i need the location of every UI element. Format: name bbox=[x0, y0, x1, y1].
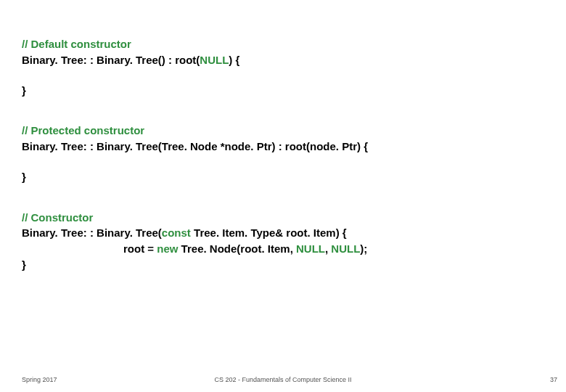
gap bbox=[22, 185, 544, 210]
comment-protected-constructor: // Protected constructor bbox=[22, 123, 544, 139]
code-line: Binary. Tree: : Binary. Tree() : root(NU… bbox=[22, 52, 544, 68]
code-text: Binary. Tree: : Binary. Tree( bbox=[22, 226, 162, 239]
gap bbox=[22, 155, 544, 169]
code-line: Binary. Tree: : Binary. Tree(Tree. Node … bbox=[22, 139, 544, 155]
keyword-new: new bbox=[157, 242, 178, 255]
code-text: ); bbox=[360, 242, 367, 255]
code-line: Binary. Tree: : Binary. Tree(const Tree.… bbox=[22, 225, 544, 241]
code-text: Tree. Item. Type& root. Item) { bbox=[191, 226, 347, 239]
comment-default-constructor: // Default constructor bbox=[22, 36, 544, 52]
code-block: // Default constructor Binary. Tree: : B… bbox=[22, 36, 544, 273]
code-close: } bbox=[22, 169, 544, 185]
keyword-null: NULL bbox=[296, 242, 325, 255]
code-text: Tree. Node(root. Item, bbox=[178, 242, 296, 255]
footer-page-number: 37 bbox=[550, 376, 557, 383]
keyword-null: NULL bbox=[200, 54, 229, 66]
code-text: ) { bbox=[229, 54, 239, 66]
gap bbox=[22, 68, 544, 83]
comment-constructor: // Constructor bbox=[22, 210, 544, 226]
code-close: } bbox=[22, 83, 544, 99]
footer-course: CS 202 - Fundamentals of Computer Scienc… bbox=[0, 376, 566, 383]
code-text: Binary. Tree: : Binary. Tree() : root( bbox=[22, 54, 200, 66]
code-line: root = new Tree. Node(root. Item, NULL, … bbox=[22, 241, 544, 257]
keyword-null: NULL bbox=[331, 242, 360, 255]
gap bbox=[22, 98, 544, 123]
code-text: root = bbox=[123, 242, 157, 255]
keyword-const: const bbox=[162, 226, 191, 239]
code-close: } bbox=[22, 257, 544, 273]
slide: // Default constructor Binary. Tree: : B… bbox=[0, 0, 566, 392]
